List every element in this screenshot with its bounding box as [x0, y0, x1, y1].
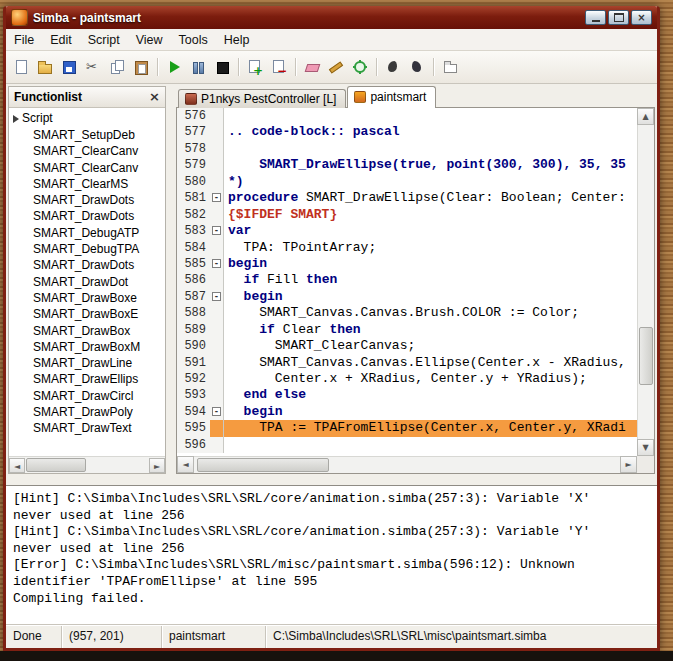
tree-item-smart_drawdots[interactable]: SMART_DrawDots	[9, 192, 165, 208]
save-floppy-icon	[61, 59, 77, 75]
menu-item-edit[interactable]: Edit	[42, 31, 80, 49]
tree-item-smart_debugatp[interactable]: SMART_DebugATP	[9, 225, 165, 241]
tree-item-smart_clearcanv[interactable]: SMART_ClearCanv	[9, 160, 165, 176]
scroll-right-button[interactable]: ►	[149, 458, 165, 473]
ferret-button-1[interactable]	[382, 56, 404, 78]
new-script-button[interactable]	[10, 56, 32, 78]
tree-item-smart_clearcanv[interactable]: SMART_ClearCanv	[9, 143, 165, 159]
open-script-button[interactable]	[34, 56, 56, 78]
tree-item-smart_drawbox[interactable]: SMART_DrawBox	[9, 323, 165, 339]
menu-item-help[interactable]: Help	[216, 31, 258, 49]
minimize-button[interactable]	[585, 10, 606, 25]
code-text	[224, 141, 637, 157]
scroll-down-button[interactable]: ▼	[637, 439, 654, 456]
fold-toggle-icon[interactable]: -	[212, 259, 221, 268]
fold-gutter: -	[210, 289, 224, 305]
tree-item-smart_drawcircl[interactable]: SMART_DrawCircl	[9, 388, 165, 404]
functionlist-close-icon[interactable]: ×	[149, 91, 160, 103]
tab-p1nkys-pestcontroller-l-[interactable]: P1nkys PestController [L]	[178, 89, 346, 108]
maximize-button[interactable]	[608, 10, 629, 25]
menu-item-view[interactable]: View	[128, 31, 171, 49]
tree-item-smart_drawdot[interactable]: SMART_DrawDot	[9, 274, 165, 290]
close-tab-button[interactable]	[268, 56, 290, 78]
tab-paintsmart[interactable]: paintsmart	[347, 86, 436, 108]
close-icon: ×	[637, 12, 645, 23]
editor-hscrollbar[interactable]: ◄ ►	[177, 456, 637, 473]
fold-gutter	[210, 240, 224, 256]
fold-toggle-icon[interactable]: -	[212, 193, 221, 202]
tree-item-smart_drawellips[interactable]: SMART_DrawEllips	[9, 371, 165, 387]
tree-item-smart_drawline[interactable]: SMART_DrawLine	[9, 355, 165, 371]
fold-toggle-icon[interactable]: -	[212, 407, 221, 416]
compiler-messages: [Hint] C:\Simba\Includes\SRL\SRL/core/an…	[6, 485, 657, 625]
line-number: 582	[177, 207, 210, 223]
add-tab-button[interactable]	[244, 56, 266, 78]
dock-splitter[interactable]	[169, 86, 173, 474]
line-number: 588	[177, 305, 210, 321]
scroll-left-button[interactable]: ◄	[177, 456, 194, 473]
code-line-593: 593 end else	[177, 387, 637, 403]
scroll-right-button[interactable]: ►	[620, 456, 637, 473]
hscroll-thumb[interactable]	[26, 458, 86, 472]
fold-gutter: -	[210, 256, 224, 272]
tree-item-smart_clearms[interactable]: SMART_ClearMS	[9, 176, 165, 192]
fold-gutter	[210, 272, 224, 288]
tab-list-button[interactable]	[439, 56, 461, 78]
titlebar[interactable]: Simba - paintsmart ×	[6, 6, 657, 29]
code-line-596: 596	[177, 437, 637, 453]
tree-item-smart_drawboxe[interactable]: SMART_DrawBoxE	[9, 306, 165, 322]
code-line-586: 586 if Fill then	[177, 272, 637, 288]
stop-button[interactable]	[211, 56, 233, 78]
tree-item-smart_drawdots[interactable]: SMART_DrawDots	[9, 257, 165, 273]
line-number: 581	[177, 190, 210, 206]
select-client-button[interactable]	[349, 56, 371, 78]
tree-item-smart_drawdots[interactable]: SMART_DrawDots	[9, 208, 165, 224]
pause-button[interactable]	[187, 56, 209, 78]
line-number: 596	[177, 437, 210, 453]
copy-pages-icon	[109, 59, 125, 75]
copy-button[interactable]	[106, 56, 128, 78]
line-number: 584	[177, 240, 210, 256]
tree-item-smart_drawpoly[interactable]: SMART_DrawPoly	[9, 404, 165, 420]
tree-item-smart_setupdeb[interactable]: SMART_SetupDeb	[9, 127, 165, 143]
fold-toggle-icon[interactable]: -	[212, 292, 221, 301]
menu-item-tools[interactable]: Tools	[171, 31, 216, 49]
code-line-583: 583-var	[177, 223, 637, 239]
run-button[interactable]	[163, 56, 185, 78]
save-script-button[interactable]	[58, 56, 80, 78]
ferret-button-2[interactable]	[406, 56, 428, 78]
status-cell-2: paintsmart	[162, 626, 266, 648]
message-line: identifier 'TPAFromEllipse' at line 595	[13, 574, 650, 591]
close-button[interactable]: ×	[631, 10, 652, 25]
code-editor[interactable]: 576577.. code-block:: pascal578579 SMART…	[177, 108, 637, 456]
code-text: *)	[224, 174, 637, 190]
scroll-up-button[interactable]: ▲	[637, 108, 654, 125]
fold-gutter	[210, 207, 224, 223]
clear-debug-button[interactable]	[301, 56, 323, 78]
editor-vscrollbar[interactable]: ▲ ▼	[637, 108, 654, 456]
tree-root-script[interactable]: Script	[9, 110, 165, 127]
tree-item-smart_drawtext[interactable]: SMART_DrawText	[9, 420, 165, 436]
open-folder-icon	[37, 59, 53, 75]
fold-toggle-icon[interactable]: -	[212, 226, 221, 235]
vscroll-thumb[interactable]	[639, 327, 653, 385]
scroll-left-button[interactable]: ◄	[9, 458, 25, 473]
line-number: 586	[177, 272, 210, 288]
tree-item-smart_drawboxe[interactable]: SMART_DrawBoxe	[9, 290, 165, 306]
functionlist-hscrollbar[interactable]: ◄ ►	[9, 456, 165, 473]
tree-item-smart_drawboxm[interactable]: SMART_DrawBoxM	[9, 339, 165, 355]
ferret-icon	[409, 59, 425, 75]
minimize-icon	[592, 13, 600, 22]
paste-button[interactable]	[130, 56, 152, 78]
menu-item-file[interactable]: File	[6, 31, 42, 49]
tree-item-smart_debugtpa[interactable]: SMART_DebugTPA	[9, 241, 165, 257]
hscroll-thumb[interactable]	[197, 458, 329, 472]
messages-splitter[interactable]	[6, 476, 657, 485]
pick-color-button[interactable]	[325, 56, 347, 78]
code-line-591: 591 SMART_Canvas.Canvas.Ellipse(Center.x…	[177, 355, 637, 371]
menu-item-script[interactable]: Script	[80, 31, 128, 49]
cut-button[interactable]	[82, 56, 104, 78]
functionlist-tree[interactable]: Script SMART_SetupDebSMART_ClearCanvSMAR…	[9, 108, 165, 473]
code-text: begin	[224, 404, 637, 420]
crosshair-icon	[352, 59, 368, 75]
